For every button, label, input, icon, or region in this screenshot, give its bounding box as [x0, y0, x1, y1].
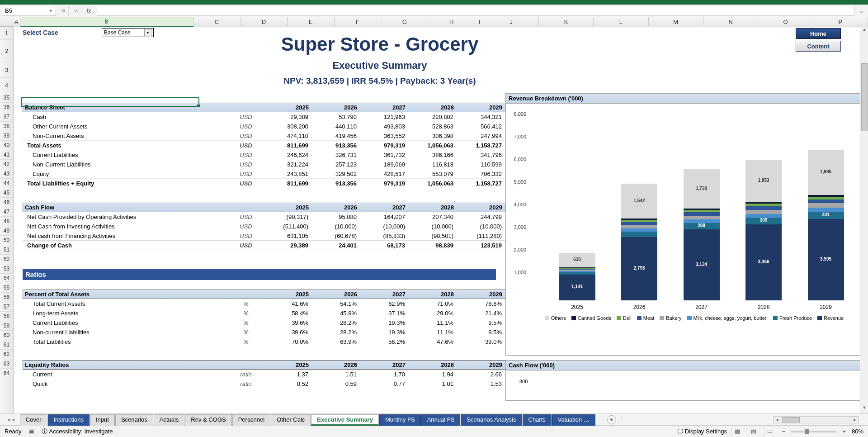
row-header[interactable]: 3: [0, 62, 13, 78]
row-header[interactable]: 54: [0, 274, 13, 283]
chevron-down-icon[interactable]: ▼: [144, 29, 151, 36]
home-button[interactable]: Home: [796, 28, 841, 39]
row-header[interactable]: 4: [0, 78, 13, 93]
row-header[interactable]: 2: [0, 40, 13, 62]
select-all-corner[interactable]: [0, 17, 13, 27]
col-header[interactable]: J: [484, 17, 539, 27]
sheet-tab[interactable]: Charts: [523, 414, 552, 426]
tab-nav[interactable]: ◄►: [3, 417, 20, 422]
row-header[interactable]: 49: [0, 226, 13, 236]
case-dropdown[interactable]: Base Case ▼: [102, 28, 154, 37]
row-header[interactable]: 46: [0, 198, 13, 207]
formula-expand-icon[interactable]: ⌄: [857, 8, 866, 14]
row-header[interactable]: 56: [0, 293, 13, 302]
row-header[interactable]: 52: [0, 255, 13, 264]
accessibility-status[interactable]: ⓘAccessibility: Investigate: [42, 428, 113, 436]
zoom-slider[interactable]: [791, 431, 836, 432]
scroll-right-icon[interactable]: ►: [851, 418, 859, 422]
row-header[interactable]: 55: [0, 283, 13, 293]
row-header[interactable]: 43: [0, 169, 13, 179]
row-header[interactable]: 63: [0, 359, 13, 369]
row-header[interactable]: 41: [0, 150, 13, 160]
row-header[interactable]: 53: [0, 264, 13, 274]
zoom-in-button[interactable]: +: [841, 428, 847, 435]
sheet-tab[interactable]: Instructions: [48, 414, 90, 426]
sheet-tab[interactable]: Other Calc: [271, 414, 311, 426]
macro-record-icon[interactable]: ▣: [29, 428, 34, 435]
row-header[interactable]: 45: [0, 188, 13, 198]
row-header[interactable]: 51: [0, 245, 13, 255]
row-header[interactable]: 50: [0, 236, 13, 245]
spreadsheet-grid[interactable]: Select Case Base Case ▼ Super Store - Gr…: [14, 27, 868, 413]
page-layout-icon[interactable]: ▤: [748, 427, 760, 436]
col-header[interactable]: F: [335, 17, 382, 27]
row-header[interactable]: 47: [0, 207, 13, 217]
col-header[interactable]: H: [428, 17, 475, 27]
col-header[interactable]: N: [703, 17, 758, 27]
chevron-down-icon[interactable]: ▼: [49, 9, 53, 13]
row-header[interactable]: 64: [0, 369, 13, 378]
col-header[interactable]: E: [288, 17, 335, 27]
scroll-up-icon[interactable]: ▲: [860, 27, 868, 35]
sheet-tab[interactable]: Executive Summary: [311, 414, 379, 426]
col-header[interactable]: O: [758, 17, 813, 27]
col-header[interactable]: M: [649, 17, 703, 27]
cancel-icon[interactable]: ✕: [59, 6, 69, 16]
sheet-tab[interactable]: Monthly FS: [379, 414, 421, 426]
year-header: 2026: [312, 291, 361, 298]
col-header[interactable]: B: [20, 17, 193, 27]
col-header[interactable]: L: [594, 17, 648, 27]
tabs-more-icon[interactable]: ⋯: [599, 417, 604, 423]
year-header: 2025: [264, 291, 312, 298]
sheet-tab[interactable]: Personnel: [232, 414, 271, 426]
zoom-out-button[interactable]: −: [780, 428, 787, 435]
sheet-tab[interactable]: Annual FS: [421, 414, 461, 426]
scrollbar-thumb[interactable]: [861, 63, 868, 131]
col-header[interactable]: G: [381, 17, 428, 27]
vertical-scrollbar[interactable]: ▲ ▼: [860, 27, 868, 413]
row-header[interactable]: 42: [0, 160, 13, 169]
row-header[interactable]: 58: [0, 312, 13, 321]
sheet-tab[interactable]: Rev & COGS: [185, 414, 231, 426]
row-header[interactable]: 37: [0, 112, 13, 122]
scroll-left-icon[interactable]: ◄: [774, 418, 781, 422]
scrollbar-thumb[interactable]: [782, 417, 800, 423]
content-button[interactable]: Content: [796, 41, 841, 52]
page-break-icon[interactable]: ▭: [764, 427, 776, 436]
row-header[interactable]: 48: [0, 217, 13, 226]
row-header[interactable]: 38: [0, 122, 13, 131]
col-header[interactable]: K: [539, 17, 594, 27]
row-header[interactable]: 39: [0, 131, 13, 141]
row-header[interactable]: 62: [0, 350, 13, 359]
sheet-tab[interactable]: Cover: [20, 414, 47, 426]
row-header[interactable]: 57: [0, 302, 13, 312]
normal-view-icon[interactable]: ▦: [731, 427, 743, 436]
sheet-tab[interactable]: Valuation …: [552, 414, 595, 426]
scroll-down-icon[interactable]: ▼: [860, 405, 868, 413]
row-header[interactable]: 60: [0, 331, 13, 340]
col-header[interactable]: I: [475, 17, 484, 27]
col-header[interactable]: C: [193, 17, 241, 27]
row-header[interactable]: 35: [0, 93, 13, 103]
zoom-level[interactable]: 80%: [852, 428, 863, 435]
row-header[interactable]: 59: [0, 321, 13, 331]
confirm-icon[interactable]: ✓: [71, 6, 81, 16]
row-header[interactable]: 40: [0, 141, 13, 150]
row-header[interactable]: 44: [0, 179, 13, 188]
row-header[interactable]: 1: [0, 27, 13, 40]
sheet-tab[interactable]: Scenarios: [115, 414, 153, 426]
formula-input[interactable]: [97, 6, 854, 16]
row-header[interactable]: 36: [0, 103, 13, 112]
col-header[interactable]: A: [13, 17, 20, 27]
col-header[interactable]: P: [813, 17, 868, 27]
horizontal-scrollbar[interactable]: ◄ ►: [773, 416, 859, 423]
display-settings[interactable]: 🖵Display Settings: [677, 428, 727, 435]
sheet-tab[interactable]: Input: [90, 414, 115, 426]
sheet-tab[interactable]: Scenarios Analysis: [461, 414, 522, 426]
add-sheet-button[interactable]: +: [607, 415, 616, 424]
sheet-tab[interactable]: Actuals: [154, 414, 185, 426]
col-header[interactable]: D: [241, 17, 288, 27]
fx-icon[interactable]: fx: [84, 6, 94, 16]
row-header[interactable]: 61: [0, 340, 13, 350]
name-box[interactable]: B5 ▼: [2, 6, 56, 16]
